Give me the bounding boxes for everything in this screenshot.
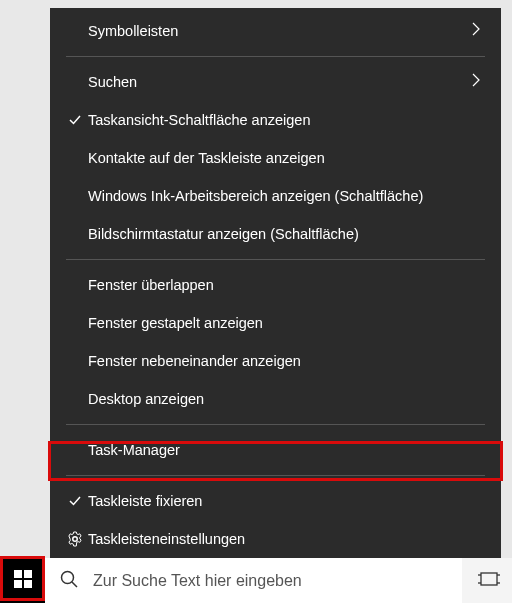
svg-rect-0 — [14, 570, 22, 578]
menu-label: Fenster gestapelt anzeigen — [88, 315, 481, 331]
start-button[interactable] — [0, 558, 45, 603]
svg-line-5 — [72, 582, 77, 587]
menu-item-on-screen-keyboard[interactable]: Bildschirmtastatur anzeigen (Schaltfläch… — [50, 215, 501, 253]
menu-item-cascade-windows[interactable]: Fenster überlappen — [50, 266, 501, 304]
menu-item-task-manager[interactable]: Task-Manager — [50, 431, 501, 469]
menu-item-contacts[interactable]: Kontakte auf der Taskleiste anzeigen — [50, 139, 501, 177]
menu-label: Taskleiste fixieren — [88, 493, 481, 509]
menu-item-lock-taskbar[interactable]: Taskleiste fixieren — [50, 482, 501, 520]
menu-label: Symbolleisten — [88, 23, 471, 39]
windows-logo-icon — [14, 570, 32, 592]
menu-label: Desktop anzeigen — [88, 391, 481, 407]
svg-point-4 — [62, 571, 74, 583]
svg-rect-2 — [14, 580, 22, 588]
taskbar: Zur Suche Text hier eingeben — [0, 558, 512, 603]
menu-label: Fenster überlappen — [88, 277, 481, 293]
chevron-right-icon — [471, 21, 481, 41]
menu-item-side-by-side[interactable]: Fenster nebeneinander anzeigen — [50, 342, 501, 380]
menu-item-toolbars[interactable]: Symbolleisten — [50, 12, 501, 50]
svg-rect-1 — [24, 570, 32, 578]
taskview-icon — [478, 570, 500, 592]
menu-label: Windows Ink-Arbeitsbereich anzeigen (Sch… — [88, 188, 481, 204]
menu-label: Bildschirmtastatur anzeigen (Schaltfläch… — [88, 226, 481, 242]
menu-label: Kontakte auf der Taskleiste anzeigen — [88, 150, 481, 166]
menu-label: Fenster nebeneinander anzeigen — [88, 353, 481, 369]
search-box[interactable]: Zur Suche Text hier eingeben — [45, 558, 462, 603]
menu-label: Taskansicht-Schaltfläche anzeigen — [88, 112, 481, 128]
menu-separator — [66, 56, 485, 57]
menu-item-search[interactable]: Suchen — [50, 63, 501, 101]
taskbar-context-menu: Symbolleisten Suchen Taskansicht-Schaltf… — [50, 8, 501, 562]
chevron-right-icon — [471, 72, 481, 92]
svg-rect-6 — [481, 573, 497, 585]
menu-label: Taskleisteneinstellungen — [88, 531, 481, 547]
menu-item-stack-windows[interactable]: Fenster gestapelt anzeigen — [50, 304, 501, 342]
menu-separator — [66, 475, 485, 476]
menu-item-taskview-button[interactable]: Taskansicht-Schaltfläche anzeigen — [50, 101, 501, 139]
search-icon — [59, 569, 79, 593]
menu-item-taskbar-settings[interactable]: Taskleisteneinstellungen — [50, 520, 501, 558]
menu-label: Suchen — [88, 74, 471, 90]
search-placeholder: Zur Suche Text hier eingeben — [93, 572, 302, 590]
gear-icon — [62, 531, 88, 547]
menu-separator — [66, 424, 485, 425]
checkmark-icon — [62, 112, 88, 128]
menu-separator — [66, 259, 485, 260]
menu-label: Task-Manager — [88, 442, 481, 458]
svg-rect-3 — [24, 580, 32, 588]
menu-item-windows-ink[interactable]: Windows Ink-Arbeitsbereich anzeigen (Sch… — [50, 177, 501, 215]
menu-item-show-desktop[interactable]: Desktop anzeigen — [50, 380, 501, 418]
taskview-button[interactable] — [466, 558, 512, 603]
checkmark-icon — [62, 493, 88, 509]
